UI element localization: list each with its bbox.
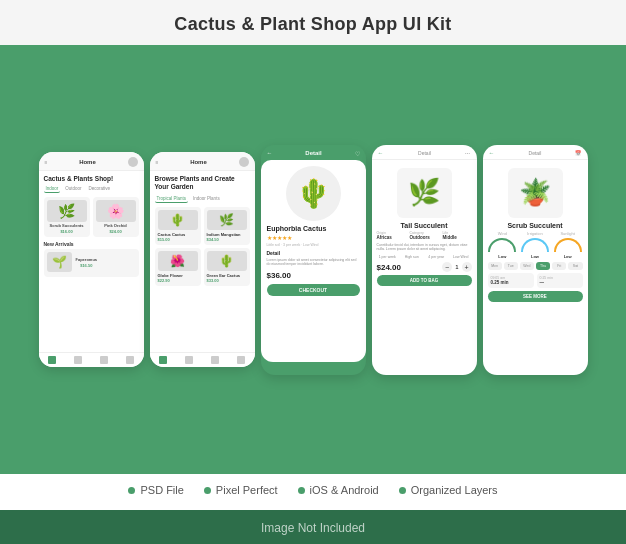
phone1-tab-indoor[interactable]: Indoor <box>44 185 61 193</box>
phone3-plant-name: Euphorbia Cactus <box>267 225 360 232</box>
phone3-body: 🌵 Euphorbia Cactus ★★★★★ Little soil · 3… <box>261 160 366 362</box>
day-wed[interactable]: Wed <box>520 262 534 270</box>
s2-plant2-price: $34.50 <box>207 237 247 242</box>
qty-minus-button[interactable]: − <box>442 262 452 272</box>
phone5-sun-arc <box>554 238 582 252</box>
phone4-life-value: Middle <box>443 235 472 240</box>
nav-heart-icon[interactable] <box>74 356 82 364</box>
list-item[interactable]: 🌱 Faperomus $16.50 <box>44 249 139 277</box>
day-tue[interactable]: Tue <box>504 262 518 270</box>
list-item[interactable]: 🌵 Green Ear Cactus $33.00 <box>204 248 250 286</box>
nav-user-icon-2[interactable] <box>237 356 245 364</box>
phone4-header-title: Detail <box>418 150 431 156</box>
phone5-header-title: Detail <box>529 150 542 156</box>
day-fri[interactable]: Fri <box>552 262 566 270</box>
phone5-time2: 0:25 min — <box>537 273 583 288</box>
day-sat[interactable]: Sat <box>568 262 582 270</box>
phone4-price: $24.00 <box>377 263 401 272</box>
phone1-header: ≡ Home <box>39 152 144 171</box>
s2-plant4-img: 🌵 <box>207 251 247 271</box>
phone2-content: Browse Plants and Create Your Garden Tro… <box>150 171 255 290</box>
phone1-shop-title: Cactus & Plants Shop! <box>44 175 139 182</box>
phone2-bottom-nav <box>150 352 255 367</box>
phone5-irr-value: Low <box>521 254 549 259</box>
phone1-tab-decorative[interactable]: Decorative <box>87 185 113 193</box>
nav-cart-icon-2[interactable] <box>211 356 219 364</box>
phone-screen-5: ← Detail 📅 🪴 Scrub Succulent Wind Low Ir… <box>483 145 588 375</box>
phone-screen-3: ← Detail ♡ 🌵 Euphorbia Cactus ★★★★★ Litt… <box>261 145 366 375</box>
feature-psd-label: PSD File <box>140 484 183 496</box>
phone5-plant-name: Scrub Succulent <box>488 222 583 229</box>
phone5-wind-label: Wind <box>488 231 516 236</box>
phone5-time-row: 09:05 am 0.25 min 0:25 min — <box>488 273 583 288</box>
phone3-checkout-button[interactable]: CHECKOUT <box>267 284 360 296</box>
phone3-detail-label: Detail <box>267 250 360 256</box>
tab-tropical[interactable]: Tropical Plants <box>155 195 189 203</box>
nav-cart-icon[interactable] <box>100 356 108 364</box>
nav-home-icon-2[interactable] <box>159 356 167 364</box>
phone2-browse-title: Browse Plants and Create Your Garden <box>155 175 250 192</box>
nav-heart-icon-2[interactable] <box>185 356 193 364</box>
feature-ios: iOS & Android <box>298 484 379 496</box>
footer-bar: Image Not Included <box>0 510 626 544</box>
phone5-time1: 09:05 am 0.25 min <box>488 273 534 288</box>
phone5-irr-arc <box>521 238 549 252</box>
footer-text: Image Not Included <box>261 521 365 535</box>
phone4-add-to-bag-button[interactable]: ADD TO BAG <box>377 275 472 286</box>
feature-ios-dot <box>298 487 305 494</box>
nav-home-icon[interactable] <box>48 356 56 364</box>
feature-layers-dot <box>399 487 406 494</box>
list-item[interactable]: 🌿 Scrub Succulents $16.00 <box>44 197 90 237</box>
new-plant-name: Faperomus <box>76 258 98 263</box>
page-title: Cactus & Plant Shop App UI Kit <box>10 14 616 35</box>
phone1-header-title: Home <box>79 159 96 165</box>
phone-screen-2: ≡ Home Browse Plants and Create Your Gar… <box>150 152 255 367</box>
phone5-see-more-button[interactable]: SEE MORE <box>488 291 583 302</box>
phone1-bottom-nav <box>39 352 144 367</box>
plant2-price: $24.00 <box>96 229 136 234</box>
phone1-tabs: Indoor Outdoor Decorative <box>44 185 139 193</box>
tab-indoor[interactable]: Indoor Plants <box>191 195 222 203</box>
list-item[interactable]: 🌺 Globe Flower $22.90 <box>155 248 201 286</box>
phone5-header: ← Detail 📅 <box>483 145 588 160</box>
phone4-info-life: Life Middle <box>443 231 472 240</box>
qty-plus-button[interactable]: + <box>462 262 472 272</box>
phone-screen-1: ≡ Home Cactus & Plants Shop! Indoor Outd… <box>39 152 144 367</box>
phone3-plant-img: 🌵 <box>286 166 341 221</box>
phone2-avatar <box>239 157 249 167</box>
phone1-plant-grid: 🌿 Scrub Succulents $16.00 🌸 Pink Orchid … <box>44 197 139 237</box>
phone5-wind-value: Low <box>488 254 516 259</box>
phone5-irr-label: Irrigation <box>521 231 549 236</box>
phone2-header: ≡ Home <box>150 152 255 171</box>
list-item[interactable]: 🌵 Cactus Cactus $15.00 <box>155 207 201 245</box>
day-mon[interactable]: Mon <box>488 262 502 270</box>
phone4-category-value: Outdoors <box>410 235 439 240</box>
s2-plant3-price: $22.90 <box>158 278 198 283</box>
phone3-detail-text: Lorem ipsum dolor sit amet consectetur a… <box>267 258 360 268</box>
feature-layers: Organized Layers <box>399 484 498 496</box>
phone5-plant-img: 🪴 <box>508 168 563 218</box>
phone3-price: $36.00 <box>267 271 360 280</box>
features-row: PSD File Pixel Perfect iOS & Android Org… <box>15 484 611 496</box>
nav-user-icon[interactable] <box>126 356 134 364</box>
phone1-tab-outdoor[interactable]: Outdoor <box>63 185 83 193</box>
day-thu[interactable]: Thu <box>536 262 550 270</box>
phone3-rating-label: Little soil · 3 per week · Low Wind <box>267 243 360 247</box>
s2-plant4-price: $33.00 <box>207 278 247 283</box>
phone3-plant: 🌵 <box>267 166 360 221</box>
bottom-strip: PSD File Pixel Perfect iOS & Android Org… <box>0 474 626 510</box>
new-arrivals-label: New Arrivals <box>44 241 139 247</box>
feature-pixel: Pixel Perfect <box>204 484 278 496</box>
list-item[interactable]: 🌿 Indium Mangstian $34.50 <box>204 207 250 245</box>
phone5-irrigation: Irrigation Low <box>521 231 549 259</box>
phone4-info-category: Category Outdoors <box>410 231 439 240</box>
list-item[interactable]: 🌸 Pink Orchid $24.00 <box>93 197 139 237</box>
phone3-rating: ★★★★★ <box>267 234 360 241</box>
phone4-content: 🌿 Tail Succulent Origin Africas Category… <box>372 160 477 291</box>
feature-psd: PSD File <box>128 484 183 496</box>
phone4-description: Curetibulur tincid dui, interdum in curs… <box>377 243 472 253</box>
phone1-avatar <box>128 157 138 167</box>
phone4-stats-row: 1 per week High sun 4 per year Low Wind <box>377 255 472 259</box>
feature-layers-label: Organized Layers <box>411 484 498 496</box>
s2-plant1-price: $15.00 <box>158 237 198 242</box>
